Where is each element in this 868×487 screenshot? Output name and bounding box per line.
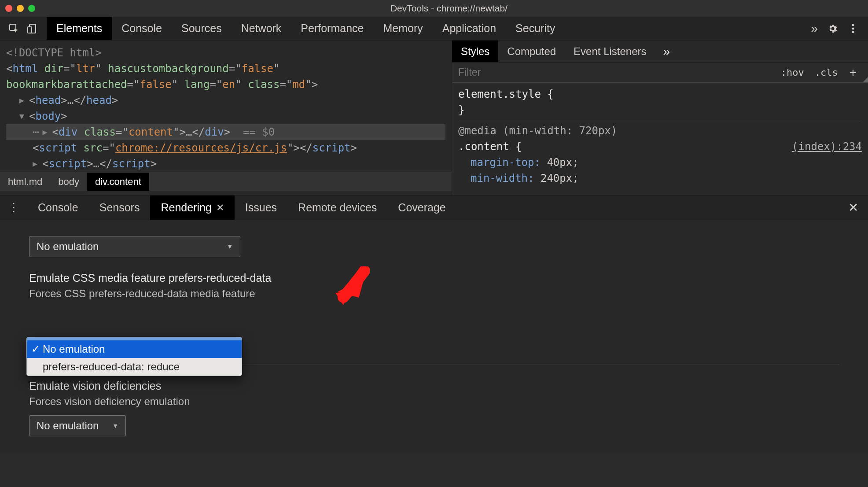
device-toolbar-icon[interactable] [27, 23, 38, 34]
section-title-prefers-reduced-data: Emulate CSS media feature prefers-reduce… [29, 270, 839, 285]
window-title: DevTools - chrome://newtab/ [35, 3, 863, 14]
tab-network[interactable]: Network [232, 17, 291, 40]
more-panels-icon[interactable]: » [811, 22, 818, 36]
media-query: @media (min-width: 720px) [458, 125, 617, 137]
tab-security[interactable]: Security [506, 17, 565, 40]
expand-triangle-icon[interactable]: ▶ [33, 156, 40, 172]
breadcrumb-item[interactable]: html.md [0, 173, 50, 191]
more-styles-tabs-icon[interactable]: » [663, 44, 670, 59]
drawer-tab-sensors[interactable]: Sensors [89, 196, 151, 220]
svg-rect-2 [28, 27, 32, 33]
close-tab-icon[interactable]: ✕ [216, 202, 224, 214]
drawer-tab-issues[interactable]: Issues [235, 196, 287, 220]
annotation-arrow-icon [330, 266, 370, 310]
drawer-tab-coverage[interactable]: Coverage [387, 196, 456, 220]
svg-point-5 [852, 31, 854, 33]
svg-point-3 [852, 24, 854, 26]
collapse-triangle-icon[interactable]: ▼ [19, 108, 27, 124]
code-doctype: <!DOCTYPE html> [6, 45, 102, 61]
zoom-window-icon[interactable] [28, 5, 35, 12]
tab-sources[interactable]: Sources [172, 17, 232, 40]
window-traffic-lights [5, 3, 35, 14]
select-value: No emulation [37, 418, 99, 433]
dom-tree[interactable]: <!DOCTYPE html> <html dir="ltr" hascusto… [0, 41, 452, 172]
panel-tabs: Elements Console Sources Network Perform… [47, 17, 565, 40]
css-property[interactable]: margin-top: 40px; [471, 156, 579, 169]
styles-panel: Styles Computed Event Listeners » :hov .… [452, 41, 868, 195]
tab-application[interactable]: Application [433, 17, 506, 40]
breadcrumb-item[interactable]: div.content [87, 173, 149, 191]
drawer-kebab-icon[interactable]: ⋮ [0, 201, 27, 214]
expand-triangle-icon[interactable]: ▶ [19, 92, 27, 108]
styles-tab-event-listeners[interactable]: Event Listeners [565, 41, 655, 62]
toggle-cls-button[interactable]: .cls [809, 67, 843, 78]
css-property[interactable]: min-width: 240px; [471, 172, 579, 184]
styles-tab-styles[interactable]: Styles [452, 41, 498, 62]
add-style-rule-button[interactable]: + [843, 66, 863, 80]
rule-selector: .content { [458, 140, 522, 153]
window-titlebar: DevTools - chrome://newtab/ [0, 0, 868, 17]
drawer: ⋮ Console Sensors Rendering✕ Issues Remo… [0, 196, 868, 452]
drawer-tab-rendering[interactable]: Rendering✕ [150, 196, 234, 220]
section-desc-prefers-reduced-data: Forces CSS prefers-reduced-data media fe… [29, 286, 839, 301]
settings-gear-icon[interactable] [828, 23, 838, 34]
drawer-tab-remote-devices[interactable]: Remote devices [287, 196, 387, 220]
emulation-select-top[interactable]: No emulation ▼ [29, 236, 240, 257]
dropdown-option[interactable]: prefers-reduced-data: reduce [27, 358, 242, 376]
styles-tab-computed[interactable]: Computed [498, 41, 565, 62]
chevron-down-icon: ▼ [227, 239, 233, 254]
breadcrumb: html.md body div.content [0, 172, 452, 191]
minimize-window-icon[interactable] [17, 5, 24, 12]
main-toolbar: Elements Console Sources Network Perform… [0, 17, 868, 41]
kebab-menu-icon[interactable] [848, 23, 858, 34]
svg-point-4 [852, 27, 854, 30]
inspect-element-icon[interactable] [9, 23, 19, 34]
selected-dom-node[interactable]: ⋯ ▶ <div class="content">…</div> == $0 [6, 124, 445, 140]
section-desc-vision-deficiencies: Forces vision deficiency emulation [29, 394, 839, 409]
overflow-ellipsis-icon: ⋯ [33, 124, 40, 140]
element-style-close: } [458, 104, 464, 116]
element-style-selector: element.style { [458, 88, 554, 100]
chevron-down-icon: ▼ [112, 418, 118, 433]
drawer-tab-console[interactable]: Console [27, 196, 89, 220]
tab-performance[interactable]: Performance [291, 17, 373, 40]
expand-triangle-icon[interactable]: ▶ [42, 124, 50, 140]
vision-deficiency-select[interactable]: No emulation ▼ [29, 415, 126, 436]
drawer-tabs: ⋮ Console Sensors Rendering✕ Issues Remo… [0, 196, 868, 220]
style-rules[interactable]: element.style { } @media (min-width: 720… [452, 83, 868, 192]
close-drawer-icon[interactable]: ✕ [839, 200, 868, 215]
toggle-hov-button[interactable]: :hov [776, 67, 809, 78]
breadcrumb-item[interactable]: body [50, 173, 87, 191]
elements-panel: <!DOCTYPE html> <html dir="ltr" hascusto… [0, 41, 452, 195]
close-window-icon[interactable] [5, 5, 12, 12]
select-value: No emulation [37, 239, 99, 254]
section-title-vision-deficiencies: Emulate vision deficiencies [29, 378, 839, 393]
resize-corner-icon[interactable] [863, 77, 868, 82]
tab-console[interactable]: Console [112, 17, 172, 40]
rule-source-link[interactable]: (index):234 [792, 139, 862, 155]
dropdown-option[interactable]: No emulation [27, 340, 242, 358]
tab-elements[interactable]: Elements [47, 17, 112, 40]
tab-memory[interactable]: Memory [373, 17, 432, 40]
styles-filter-input[interactable] [452, 66, 776, 78]
prefers-reduced-data-dropdown[interactable]: No emulation prefers-reduced-data: reduc… [26, 337, 242, 376]
styles-tabs: Styles Computed Event Listeners » [452, 41, 868, 63]
rendering-panel: No emulation ▼ Emulate CSS media feature… [0, 220, 868, 452]
